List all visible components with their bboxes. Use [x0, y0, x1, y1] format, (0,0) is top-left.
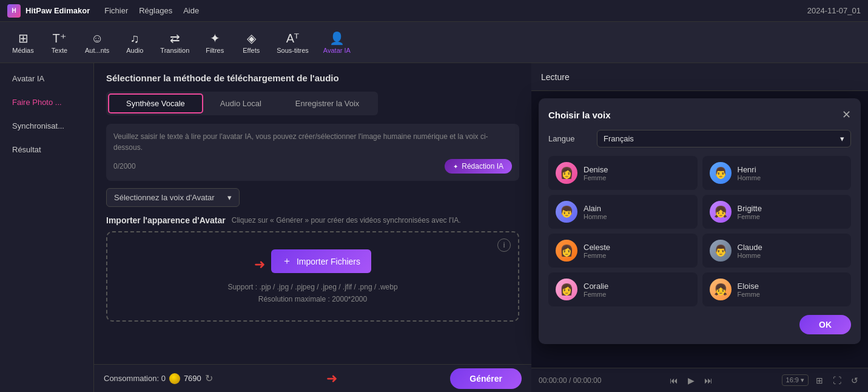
rewind-button[interactable]: ⏮ — [667, 374, 681, 387]
generate-button[interactable]: Générer — [450, 368, 522, 389]
medias-label: Médias — [12, 47, 33, 54]
forward-button[interactable]: ⏭ — [702, 374, 715, 387]
chevron-down-icon: ▾ — [227, 193, 232, 202]
toolbar-effets[interactable]: ◈ Effets — [233, 27, 269, 58]
voice-card-eloise[interactable]: 👧 Eloise Femme — [702, 272, 852, 306]
texte-icon: T⁺ — [52, 31, 66, 46]
app-logo: H — [7, 4, 21, 18]
toolbar-texte[interactable]: T⁺ Texte — [41, 27, 78, 58]
voice-name-celeste: Celeste — [584, 243, 610, 252]
voice-name-alain: Alain — [584, 204, 607, 213]
voice-info-claude: Claude Homme — [738, 243, 762, 259]
filtres-icon: ✦ — [210, 31, 220, 46]
voice-card-claude[interactable]: 👨 Claude Homme — [702, 234, 852, 268]
voice-card-alain[interactable]: 👦 Alain Homme — [548, 195, 698, 229]
voice-modal-close-button[interactable]: ✕ — [842, 108, 851, 121]
voice-info-henri: Henri Homme — [738, 165, 761, 181]
voice-card-denise[interactable]: 👩 Denise Femme — [548, 156, 698, 190]
voice-card-henri[interactable]: 👨 Henri Homme — [702, 156, 852, 190]
effets-icon: ◈ — [247, 31, 256, 46]
voice-modal-header: Choisir la voix ✕ — [548, 108, 851, 121]
menu-reglages[interactable]: Réglages — [139, 6, 172, 15]
sidebar-item-resultat[interactable]: Résultat — [5, 139, 89, 160]
textarea-hint: Veuillez saisir le texte à lire pour l'a… — [113, 131, 512, 153]
voice-card-celeste[interactable]: 👩 Celeste Femme — [548, 234, 698, 268]
import-btn-label: Importer Fichiers — [297, 257, 360, 266]
filtres-label: Filtres — [206, 47, 224, 54]
content-area: Sélectionner la méthode de téléchargemen… — [94, 63, 531, 392]
voice-avatar-celeste: 👩 — [556, 240, 577, 262]
audio-icon: ♫ — [130, 31, 140, 46]
voice-avatar-coralie: 👩 — [556, 279, 577, 300]
bottom-bar: Consommation: 0 7690 ↻ ➜ Générer — [94, 364, 531, 392]
refresh-icon[interactable]: ↻ — [205, 373, 213, 384]
voice-card-brigitte[interactable]: 👧 Brigitte Femme — [702, 195, 852, 229]
tab-enregistrer[interactable]: Enregistrer la Voix — [278, 93, 377, 113]
voice-gender-henri: Homme — [738, 174, 761, 181]
voice-gender-coralie: Femme — [584, 291, 608, 298]
voice-info-brigitte: Brigitte Femme — [738, 204, 762, 220]
redaction-ia-button[interactable]: Rédaction IA — [445, 159, 512, 174]
import-header: Importer l'apparence d'Avatar Cliquez su… — [106, 215, 519, 225]
right-panel-header: Lecture — [531, 63, 868, 91]
import-hint: Cliquez sur « Générer » pour créer des v… — [232, 216, 461, 225]
voice-avatar-eloise: 👧 — [710, 279, 732, 300]
toolbar: ⊞ Médias T⁺ Texte ☺ Aut...nts ♫ Audio ⇄ … — [0, 22, 868, 63]
title-bar: H HitPaw Edimakor Fichier Réglages Aide … — [0, 0, 868, 22]
sidebar-item-avatar-ia[interactable]: Avatar IA — [5, 68, 89, 89]
plus-icon: ＋ — [282, 255, 292, 268]
toolbar-filtres[interactable]: ✦ Filtres — [197, 27, 233, 58]
voice-name-brigitte: Brigitte — [738, 204, 762, 213]
toolbar-medias[interactable]: ⊞ Médias — [5, 27, 41, 58]
toolbar-transition[interactable]: ⇄ Transition — [153, 27, 197, 58]
medias-icon: ⊞ — [18, 31, 29, 46]
tab-audio-local[interactable]: Audio Local — [203, 93, 278, 113]
toolbar-sous-titres[interactable]: Aᵀ Sous-titres — [269, 27, 316, 58]
voice-select-dropdown[interactable]: Sélectionnez la voix d'Avatar ▾ — [106, 188, 240, 207]
toolbar-avatar-ia[interactable]: 👤 Avatar IA — [316, 27, 358, 58]
rotate-button[interactable]: ↺ — [849, 374, 861, 387]
audio-label: Audio — [126, 47, 143, 54]
import-files-button[interactable]: ＋ Importer Fichiers — [271, 249, 371, 273]
fit-button[interactable]: ⊞ — [813, 374, 826, 387]
voice-select-wrap: Sélectionnez la voix d'Avatar ▾ — [106, 188, 519, 207]
voice-avatar-henri: 👨 — [710, 162, 732, 184]
import-support-text: Support : .pjp / .jpg / .pjpeg / .jpeg /… — [119, 283, 506, 291]
menu-fichier[interactable]: Fichier — [104, 6, 128, 15]
menu-aide[interactable]: Aide — [183, 6, 199, 15]
import-dropzone[interactable]: i ➜ ＋ Importer Fichiers Support : .pjp /… — [106, 231, 519, 322]
sidebar-item-synchronisat[interactable]: Synchronisat... — [5, 115, 89, 137]
app-name: HitPaw Edimakor — [25, 6, 90, 15]
import-title: Importer l'apparence d'Avatar — [106, 215, 226, 225]
play-button[interactable]: ▶ — [685, 374, 697, 387]
fullscreen-button[interactable]: ⛶ — [830, 374, 844, 387]
toolbar-audio[interactable]: ♫ Audio — [116, 27, 153, 58]
main-layout: Avatar IA Faire Photo ... Synchronisat..… — [0, 63, 868, 392]
import-info-button[interactable]: i — [497, 238, 511, 252]
ok-button[interactable]: OK — [799, 315, 851, 334]
tab-synthese[interactable]: Synthèse Vocale — [108, 93, 203, 113]
voice-select-label: Sélectionnez la voix d'Avatar — [114, 193, 215, 202]
sous-titres-icon: Aᵀ — [286, 31, 299, 46]
modal-ok-row: OK — [548, 315, 851, 334]
voice-gender-alain: Homme — [584, 213, 607, 220]
voice-name-claude: Claude — [738, 243, 762, 252]
menu-bar: Fichier Réglages Aide — [104, 6, 199, 15]
aspect-ratio-button[interactable]: 16:9 ▾ — [782, 374, 809, 386]
avatar-ia-icon: 👤 — [329, 31, 345, 46]
voice-name-coralie: Coralie — [584, 282, 608, 291]
voice-info-alain: Alain Homme — [584, 204, 607, 220]
effets-label: Effets — [243, 47, 260, 54]
tabs-row: Synthèse Vocale Audio Local Enregistrer … — [106, 92, 378, 115]
toolbar-autents[interactable]: ☺ Aut...nts — [78, 27, 116, 58]
langue-value: Français — [604, 134, 634, 143]
voice-info-denise: Denise Femme — [584, 165, 608, 181]
voice-gender-eloise: Femme — [738, 291, 760, 298]
sidebar-item-faire-photo[interactable]: Faire Photo ... — [5, 92, 89, 113]
voice-info-coralie: Coralie Femme — [584, 282, 608, 298]
langue-select-dropdown[interactable]: Français ▾ — [597, 130, 851, 147]
voice-card-coralie[interactable]: 👩 Coralie Femme — [548, 272, 698, 306]
transition-label: Transition — [160, 47, 189, 54]
texte-label: Texte — [52, 47, 67, 54]
voice-avatar-denise: 👩 — [556, 162, 577, 184]
